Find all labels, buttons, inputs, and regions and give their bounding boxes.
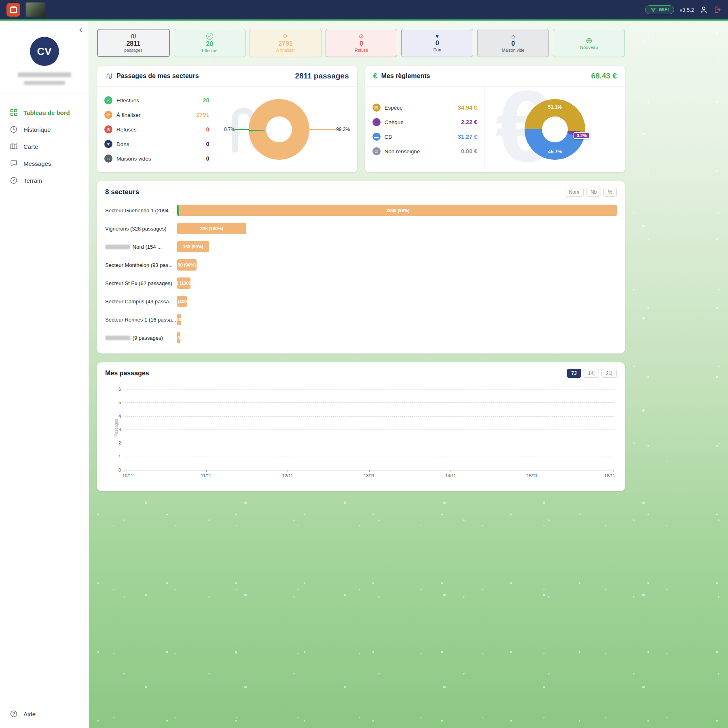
- passages-breakdown-list: ✓ Effectués 20 ⟳ À finaliser 2791 ⊘ Refu…: [97, 87, 217, 172]
- stat-card-a-finaliser[interactable]: ⟳ 2791 À finaliser: [250, 29, 322, 57]
- stat-card-maison-vide[interactable]: ⌂ 0 Maison vide: [477, 29, 549, 57]
- list-item: ▭ Chèque 2.22 €: [372, 116, 478, 129]
- donut-label-small: 0.7%: [224, 127, 235, 132]
- home-icon: ⌂: [511, 33, 515, 39]
- gridline: [125, 443, 614, 443]
- logo-glyph: [10, 6, 17, 13]
- sidebar-item-label: Aide: [23, 711, 36, 717]
- user-profile: CV: [0, 21, 89, 93]
- row-label: Dons: [116, 141, 202, 147]
- sidebar-item-label: Carte: [23, 143, 38, 150]
- donut-label-espece: 51.1%: [548, 104, 562, 110]
- credit-card-icon: ▬: [372, 133, 381, 141]
- sidebar: CV Tableau de bord Historique Carte Mess…: [0, 21, 89, 728]
- sort-by-count-button[interactable]: Nb: [586, 188, 601, 197]
- stat-label: Refusé: [355, 48, 368, 53]
- row-label: Espèce: [385, 105, 454, 111]
- sectors-title: 8 secteurs: [105, 188, 139, 196]
- sector-row: Secteur Rennes 1 (16 passa... 16 (100%): [105, 314, 617, 325]
- ban-icon: ⊘: [359, 33, 364, 39]
- sidebar-item-aide[interactable]: Aide: [0, 705, 89, 722]
- x-tick: [125, 470, 125, 472]
- stat-label: passages: [124, 48, 142, 53]
- x-tick: [206, 470, 207, 472]
- sector-label: Secteur Monthelon (93 pas...: [105, 262, 177, 268]
- stat-value: 0: [511, 40, 515, 47]
- sidebar-item-carte[interactable]: Carte: [0, 138, 89, 155]
- stat-label: Don: [433, 47, 441, 52]
- row-label: À finaliser: [116, 112, 192, 118]
- ban-icon: ⊘: [104, 125, 112, 133]
- plus-circle-icon: ⊕: [586, 36, 593, 44]
- list-item: ♥ Dons 0: [104, 138, 210, 150]
- user-icon[interactable]: [700, 6, 708, 14]
- sidebar-item-tableau-de-bord[interactable]: Tableau de bord: [0, 104, 89, 121]
- sidebar-item-terrain[interactable]: Terrain: [0, 172, 89, 189]
- x-tick: [451, 470, 451, 472]
- row-value: 2791: [196, 112, 209, 118]
- x-tick: [288, 470, 288, 472]
- sector-bar: 328 (100%): [177, 223, 246, 234]
- stat-value: 20: [206, 40, 213, 48]
- reglements-breakdown-list: ▤ Espèce 34.94 € ▭ Chèque 2.22 € ▬ CB 31…: [365, 87, 485, 172]
- sector-row: Vignerons (328 passages) 328 (100%): [105, 223, 617, 234]
- sidebar-nav: Tableau de bord Historique Carte Message…: [0, 104, 89, 701]
- sector-label: Secteur Guehenno 1 (2094 ...: [105, 207, 177, 214]
- stat-card-don[interactable]: ♥ 0 Don: [401, 29, 473, 57]
- leader-line: [235, 129, 249, 130]
- list-item: ▤ Espèce 34.94 €: [372, 101, 478, 114]
- bar-value-label: 153 (99%): [177, 241, 209, 252]
- cheque-icon: ▭: [372, 118, 381, 126]
- redacted-text: [105, 245, 130, 249]
- sort-by-percent-button[interactable]: %: [603, 188, 617, 197]
- row-value: 0.00 €: [461, 148, 477, 154]
- sidebar-collapse-button[interactable]: [77, 26, 85, 34]
- app-logo[interactable]: [6, 3, 20, 17]
- avatar-initials: CV: [37, 45, 51, 58]
- sidebar-item-label: Tableau de bord: [23, 109, 70, 116]
- stat-card-nouveau-button[interactable]: ⊕ Nouveau: [553, 29, 625, 57]
- stat-card-passages[interactable]: 2811 passages: [97, 29, 170, 57]
- stat-card-effectue[interactable]: ✓ 20 Effectué: [174, 29, 246, 57]
- donut-label-big: 99.3%: [336, 127, 350, 132]
- sort-by-name-button[interactable]: Nom: [565, 188, 584, 197]
- leader-line: [309, 129, 336, 130]
- sector-bar: 2080 (99%): [177, 205, 617, 216]
- list-item: ✓ Effectués 20: [104, 94, 210, 107]
- chat-icon: [10, 159, 18, 167]
- check-circle-icon: ✓: [206, 33, 213, 40]
- row-value: 31.27 €: [458, 133, 477, 140]
- history-clock-icon: [10, 125, 18, 133]
- card-title: Mes règlements: [381, 72, 430, 80]
- user-subtitle-redacted: [24, 81, 65, 85]
- home-icon: ⌂: [104, 154, 112, 163]
- passages-donut-chart: [249, 99, 309, 160]
- y-tick-label: 4: [119, 414, 121, 419]
- euro-icon: €: [373, 72, 377, 80]
- sector-row: Nord (154 ... 153 (99%): [105, 241, 617, 252]
- sidebar-footer: Aide: [0, 701, 89, 728]
- logout-icon[interactable]: [713, 6, 722, 14]
- redacted-text: [105, 336, 130, 340]
- sector-bar: 9 (100%): [177, 332, 180, 343]
- sidebar-item-historique[interactable]: Historique: [0, 121, 89, 138]
- route-icon: [105, 72, 112, 80]
- passages-line-chart: Passages 6 5 4 3 2 1 0 10/11 11/11 12/: [125, 389, 614, 470]
- stat-card-refuse[interactable]: ⊘ 0 Refusé: [326, 29, 398, 57]
- y-tick-label: 0: [119, 468, 121, 472]
- range-21j-button[interactable]: 21j: [601, 369, 617, 378]
- x-tick-label: 13/11: [364, 473, 375, 478]
- range-7j-button[interactable]: 7J: [567, 369, 581, 378]
- topbar: WIFI v3.5.2: [0, 0, 728, 21]
- heart-hand-icon: ♥: [104, 140, 112, 148]
- y-tick-label: 5: [119, 400, 121, 405]
- sector-label: Vignerons (328 passages): [105, 226, 177, 232]
- x-tick: [369, 470, 370, 472]
- photo-thumbnail[interactable]: [26, 2, 45, 17]
- range-14j-button[interactable]: 14j: [584, 369, 599, 378]
- wifi-status-badge: WIFI: [645, 5, 674, 14]
- list-item: ⊘ Refusés 0: [104, 123, 210, 136]
- wifi-icon: [650, 7, 656, 13]
- sidebar-item-messages[interactable]: Messages: [0, 155, 89, 172]
- sort-button-group: Nom Nb %: [565, 188, 617, 197]
